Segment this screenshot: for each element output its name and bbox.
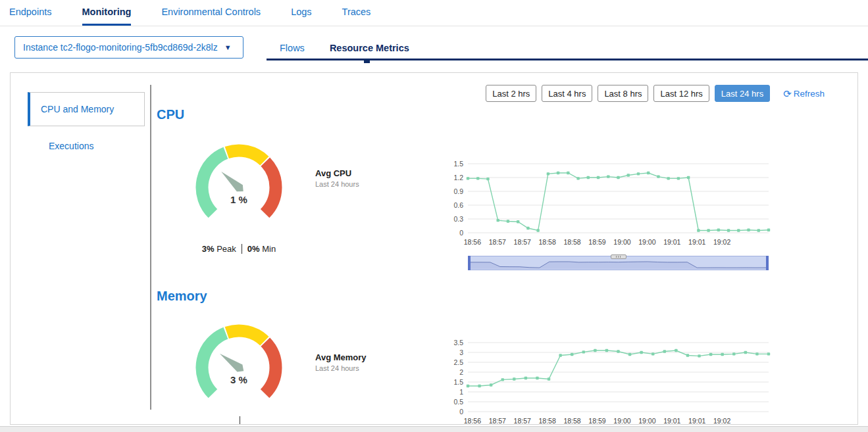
memory-avg-subtitle: Last 24 hours [315,364,359,372]
svg-text:18:57: 18:57 [489,417,506,425]
tab-environmental-controls[interactable]: Environmental Controls [161,0,261,26]
chevron-down-icon: ▼ [224,43,232,51]
svg-text:3.5: 3.5 [453,339,463,347]
cpu-gauge [190,136,288,235]
svg-text:1.5: 1.5 [453,160,463,168]
sidebar-item-label: CPU and Memory [41,104,114,114]
memory-gauge [190,316,288,415]
tab-traces[interactable]: Traces [342,0,371,26]
svg-text:19:01: 19:01 [663,238,680,246]
time-range-toolbar: Last 2 hrs Last 4 hrs Last 8 hrs Last 12… [486,85,825,102]
time-range-button-last-2-hrs[interactable]: Last 2 hrs [486,85,536,102]
svg-text:19:02: 19:02 [713,238,730,246]
svg-text:18:58: 18:58 [563,238,580,246]
svg-text:1.2: 1.2 [453,174,463,181]
svg-text:2: 2 [459,368,463,376]
resource-metrics-panel: CPU and Memory Executions Last 2 hrs Las… [10,72,858,425]
chart-navigator[interactable] [468,256,769,270]
svg-text:18:58: 18:58 [539,238,556,246]
svg-text:19:01: 19:01 [688,417,705,425]
svg-text:19:00: 19:00 [638,238,655,246]
active-subtab-underline [267,59,868,60]
svg-text:18:59: 18:59 [588,238,605,246]
cpu-min-value: 0% [247,244,260,254]
resource-subtabs: Flows Resource Metrics [280,38,409,58]
bottom-strip [0,426,868,432]
subtab-resource-metrics[interactable]: Resource Metrics [330,43,409,53]
time-range-button-last-4-hrs[interactable]: Last 4 hrs [542,85,592,102]
monitoring-page: Endpoints Monitoring Environmental Contr… [0,0,868,432]
svg-text:18:56: 18:56 [464,238,481,246]
navigator-handle[interactable] [611,254,626,259]
time-range-button-last-8-hrs[interactable]: Last 8 hrs [598,85,648,102]
tab-monitoring[interactable]: Monitoring [82,0,132,26]
memory-avg-title: Avg Memory [315,352,367,362]
svg-text:0.5: 0.5 [453,398,463,406]
cpu-line-chart: 00.30.60.91.21.518:5618:5718:5718:5818:5… [442,157,774,256]
svg-text:19:00: 19:00 [638,417,655,425]
svg-text:19:02: 19:02 [713,417,730,425]
memory-section-title: Memory [157,289,207,304]
svg-text:0.3: 0.3 [453,215,463,223]
sidebar-divider [150,85,151,410]
svg-text:18:56: 18:56 [464,417,481,425]
top-navigation: Endpoints Monitoring Environmental Contr… [0,0,868,26]
svg-text:0.9: 0.9 [453,187,463,195]
refresh-label: Refresh [794,89,825,99]
svg-text:19:00: 19:00 [613,238,630,246]
navigator-left-edge[interactable] [468,256,471,270]
sidebar-item-executions[interactable]: Executions [49,141,93,151]
svg-text:0.6: 0.6 [453,201,463,209]
svg-text:3: 3 [459,348,463,356]
svg-text:18:57: 18:57 [514,417,531,425]
active-subtab-notch [364,60,370,63]
cpu-avg-title: Avg CPU [315,168,351,178]
svg-text:18:57: 18:57 [489,238,506,246]
svg-text:1.5: 1.5 [453,378,463,386]
tab-logs[interactable]: Logs [291,0,311,26]
cpu-peak-value: 3% [202,244,215,254]
svg-text:18:57: 18:57 [514,238,531,246]
cpu-avg-subtitle: Last 24 hours [315,180,359,188]
memory-peak-min-divider [240,416,240,425]
svg-text:18:59: 18:59 [588,417,605,425]
svg-text:19:01: 19:01 [663,417,680,425]
tab-endpoints[interactable]: Endpoints [9,0,52,26]
peak-min-divider [242,244,242,254]
navigator-right-edge[interactable] [766,256,769,270]
time-range-button-last-12-hrs[interactable]: Last 12 hrs [653,85,709,102]
instance-selector-dropdown[interactable]: Instance tc2-flogo-monitoring-5fb9cd869d… [14,36,243,59]
cpu-section-title: CPU [157,107,184,122]
subtab-flows[interactable]: Flows [280,43,305,53]
memory-line-chart: 00.511.522.533.518:5618:5718:5718:5818:5… [442,336,774,425]
cpu-peak-label: Peak [217,244,236,254]
cpu-peak-min: 3% Peak0% Min [173,244,305,254]
svg-text:2.5: 2.5 [453,358,463,366]
svg-text:19:01: 19:01 [688,238,705,246]
sidebar-item-cpu-and-memory[interactable]: CPU and Memory [28,92,145,126]
svg-text:18:58: 18:58 [563,417,580,425]
time-range-button-last-24-hrs[interactable]: Last 24 hrs [715,85,770,102]
svg-text:1: 1 [459,388,463,396]
svg-text:19:00: 19:00 [613,417,630,425]
svg-text:0: 0 [459,229,463,237]
svg-text:18:58: 18:58 [539,417,556,425]
instance-selector-label: Instance tc2-flogo-monitoring-5fb9cd869d… [23,42,218,53]
refresh-icon: ⟳ [783,89,792,99]
memory-gauge-value: 3 % [190,374,288,385]
refresh-button[interactable]: ⟳ Refresh [783,89,825,99]
svg-text:0: 0 [459,408,463,416]
cpu-min-label: Min [262,244,276,254]
cpu-gauge-value: 1 % [190,194,288,205]
